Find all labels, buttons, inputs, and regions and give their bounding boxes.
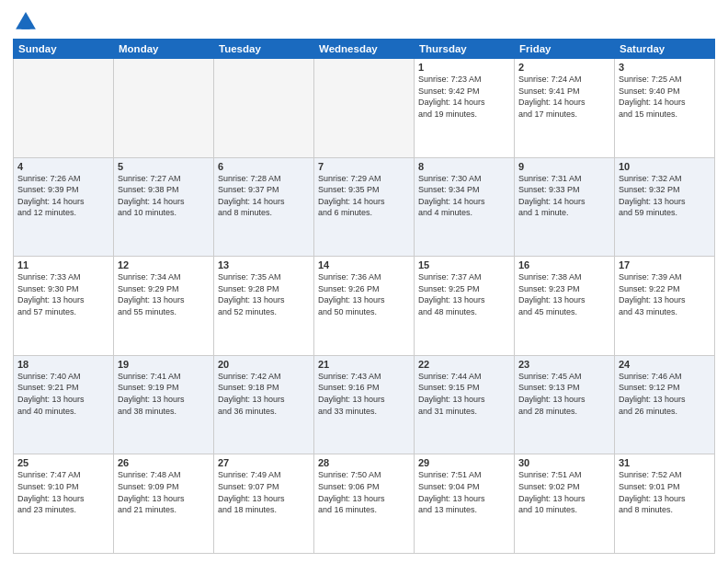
calendar-cell: 23Sunrise: 7:45 AM Sunset: 9:13 PM Dayli… [515,355,615,454]
day-number: 11 [17,259,109,270]
day-number: 19 [118,359,210,370]
day-info: Sunrise: 7:44 AM Sunset: 9:15 PM Dayligh… [418,371,510,417]
week-row-4: 25Sunrise: 7:47 AM Sunset: 9:10 PM Dayli… [14,454,715,554]
day-number: 5 [118,161,210,172]
day-info: Sunrise: 7:26 AM Sunset: 9:39 PM Dayligh… [17,173,109,219]
day-info: Sunrise: 7:37 AM Sunset: 9:25 PM Dayligh… [418,271,510,317]
day-info: Sunrise: 7:48 AM Sunset: 9:09 PM Dayligh… [118,469,210,515]
day-info: Sunrise: 7:50 AM Sunset: 9:06 PM Dayligh… [318,469,410,515]
day-info: Sunrise: 7:36 AM Sunset: 9:26 PM Dayligh… [318,271,410,317]
day-info: Sunrise: 7:29 AM Sunset: 9:35 PM Dayligh… [318,173,410,219]
calendar-cell: 9Sunrise: 7:31 AM Sunset: 9:33 PM Daylig… [515,157,615,257]
day-info: Sunrise: 7:51 AM Sunset: 9:02 PM Dayligh… [518,469,610,515]
day-number: 22 [418,359,510,370]
calendar-cell: 8Sunrise: 7:30 AM Sunset: 9:34 PM Daylig… [415,157,515,257]
day-number: 15 [418,259,510,270]
calendar-cell: 19Sunrise: 7:41 AM Sunset: 9:19 PM Dayli… [114,355,214,454]
header [13,9,715,35]
logo-icon [13,9,39,35]
calendar-cell: 12Sunrise: 7:34 AM Sunset: 9:29 PM Dayli… [114,257,214,356]
day-number: 17 [619,259,711,270]
day-header-tuesday: Tuesday [214,40,314,59]
calendar-cell: 15Sunrise: 7:37 AM Sunset: 9:25 PM Dayli… [415,257,515,356]
day-info: Sunrise: 7:46 AM Sunset: 9:12 PM Dayligh… [619,371,711,417]
calendar-cell: 5Sunrise: 7:27 AM Sunset: 9:38 PM Daylig… [114,157,214,257]
day-info: Sunrise: 7:49 AM Sunset: 9:07 PM Dayligh… [218,469,310,515]
calendar-cell: 22Sunrise: 7:44 AM Sunset: 9:15 PM Dayli… [415,355,515,454]
day-number: 16 [518,259,610,270]
day-number: 10 [619,161,711,172]
calendar-cell [14,59,114,158]
calendar-cell: 30Sunrise: 7:51 AM Sunset: 9:02 PM Dayli… [515,454,615,554]
calendar-cell: 11Sunrise: 7:33 AM Sunset: 9:30 PM Dayli… [14,257,114,356]
day-info: Sunrise: 7:41 AM Sunset: 9:19 PM Dayligh… [118,371,210,417]
calendar-cell: 4Sunrise: 7:26 AM Sunset: 9:39 PM Daylig… [14,157,114,257]
day-number: 24 [619,359,711,370]
week-row-2: 11Sunrise: 7:33 AM Sunset: 9:30 PM Dayli… [14,257,715,356]
logo [13,9,42,35]
svg-rect-1 [21,22,29,29]
calendar-cell: 13Sunrise: 7:35 AM Sunset: 9:28 PM Dayli… [214,257,314,356]
day-number: 8 [418,161,510,172]
day-number: 28 [318,457,410,468]
header-row: SundayMondayTuesdayWednesdayThursdayFrid… [14,40,715,59]
day-number: 25 [17,457,109,468]
calendar-cell: 29Sunrise: 7:51 AM Sunset: 9:04 PM Dayli… [415,454,515,554]
calendar-cell: 14Sunrise: 7:36 AM Sunset: 9:26 PM Dayli… [314,257,415,356]
calendar-cell [214,59,314,158]
day-header-monday: Monday [114,40,214,59]
day-info: Sunrise: 7:52 AM Sunset: 9:01 PM Dayligh… [619,469,711,515]
calendar-cell [314,59,415,158]
day-info: Sunrise: 7:31 AM Sunset: 9:33 PM Dayligh… [518,173,610,219]
day-number: 27 [218,457,310,468]
calendar-cell: 27Sunrise: 7:49 AM Sunset: 9:07 PM Dayli… [214,454,314,554]
calendar-cell: 18Sunrise: 7:40 AM Sunset: 9:21 PM Dayli… [14,355,114,454]
day-header-sunday: Sunday [14,40,114,59]
calendar-cell: 2Sunrise: 7:24 AM Sunset: 9:41 PM Daylig… [515,59,615,158]
day-info: Sunrise: 7:40 AM Sunset: 9:21 PM Dayligh… [17,371,109,417]
calendar-cell: 17Sunrise: 7:39 AM Sunset: 9:22 PM Dayli… [615,257,715,356]
week-row-3: 18Sunrise: 7:40 AM Sunset: 9:21 PM Dayli… [14,355,715,454]
day-info: Sunrise: 7:30 AM Sunset: 9:34 PM Dayligh… [418,173,510,219]
day-info: Sunrise: 7:42 AM Sunset: 9:18 PM Dayligh… [218,371,310,417]
day-number: 14 [318,259,410,270]
calendar-cell: 31Sunrise: 7:52 AM Sunset: 9:01 PM Dayli… [615,454,715,554]
day-header-friday: Friday [515,40,615,59]
calendar-cell: 24Sunrise: 7:46 AM Sunset: 9:12 PM Dayli… [615,355,715,454]
day-number: 2 [518,62,610,73]
day-number: 6 [218,161,310,172]
day-info: Sunrise: 7:32 AM Sunset: 9:32 PM Dayligh… [619,173,711,219]
calendar-cell: 16Sunrise: 7:38 AM Sunset: 9:23 PM Dayli… [515,257,615,356]
day-number: 30 [518,457,610,468]
day-header-saturday: Saturday [615,40,715,59]
day-number: 1 [418,62,510,73]
day-info: Sunrise: 7:35 AM Sunset: 9:28 PM Dayligh… [218,271,310,317]
day-number: 12 [118,259,210,270]
calendar-cell: 7Sunrise: 7:29 AM Sunset: 9:35 PM Daylig… [314,157,415,257]
week-row-1: 4Sunrise: 7:26 AM Sunset: 9:39 PM Daylig… [14,157,715,257]
calendar-cell: 6Sunrise: 7:28 AM Sunset: 9:37 PM Daylig… [214,157,314,257]
day-info: Sunrise: 7:25 AM Sunset: 9:40 PM Dayligh… [619,74,711,120]
calendar-cell: 20Sunrise: 7:42 AM Sunset: 9:18 PM Dayli… [214,355,314,454]
calendar-cell [114,59,214,158]
day-header-thursday: Thursday [415,40,515,59]
day-number: 13 [218,259,310,270]
calendar-cell: 25Sunrise: 7:47 AM Sunset: 9:10 PM Dayli… [14,454,114,554]
day-info: Sunrise: 7:27 AM Sunset: 9:38 PM Dayligh… [118,173,210,219]
day-number: 18 [17,359,109,370]
day-number: 26 [118,457,210,468]
calendar-cell: 3Sunrise: 7:25 AM Sunset: 9:40 PM Daylig… [615,59,715,158]
calendar-cell: 10Sunrise: 7:32 AM Sunset: 9:32 PM Dayli… [615,157,715,257]
calendar-cell: 26Sunrise: 7:48 AM Sunset: 9:09 PM Dayli… [114,454,214,554]
calendar: SundayMondayTuesdayWednesdayThursdayFrid… [13,39,715,554]
calendar-cell: 1Sunrise: 7:23 AM Sunset: 9:42 PM Daylig… [415,59,515,158]
day-number: 7 [318,161,410,172]
day-number: 20 [218,359,310,370]
day-info: Sunrise: 7:38 AM Sunset: 9:23 PM Dayligh… [518,271,610,317]
day-info: Sunrise: 7:23 AM Sunset: 9:42 PM Dayligh… [418,74,510,120]
day-info: Sunrise: 7:45 AM Sunset: 9:13 PM Dayligh… [518,371,610,417]
day-info: Sunrise: 7:47 AM Sunset: 9:10 PM Dayligh… [17,469,109,515]
day-info: Sunrise: 7:39 AM Sunset: 9:22 PM Dayligh… [619,271,711,317]
day-number: 29 [418,457,510,468]
calendar-cell: 28Sunrise: 7:50 AM Sunset: 9:06 PM Dayli… [314,454,415,554]
